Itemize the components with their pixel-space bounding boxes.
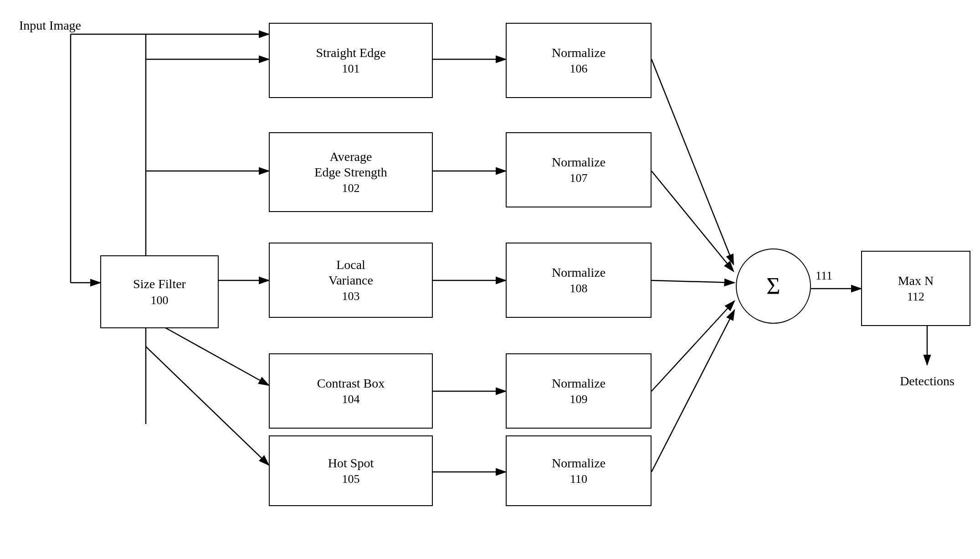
detections-label: Detections	[893, 374, 961, 388]
normalize-108-box: Normalize 108	[506, 243, 652, 318]
size-filter-box: Size Filter 100	[100, 255, 219, 328]
input-image-label: Input Image	[14, 18, 87, 33]
local-variance-box: LocalVariance 103	[269, 243, 433, 318]
sigma-symbol: Σ	[766, 273, 780, 300]
svg-line-8	[146, 347, 269, 465]
straight-edge-box: Straight Edge 101	[269, 23, 433, 98]
normalize-107-box: Normalize 107	[506, 132, 652, 207]
sigma-id-label: 111	[816, 269, 832, 283]
svg-line-17	[652, 280, 734, 283]
avg-edge-strength-box: AverageEdge Strength 102	[269, 132, 433, 212]
svg-line-18	[652, 301, 734, 391]
max-n-box: Max N 112	[861, 251, 970, 326]
svg-line-16	[652, 171, 734, 271]
sigma-circle: Σ	[736, 248, 811, 324]
svg-line-19	[652, 310, 734, 472]
diagram: Input Image Size Filter 100 Straight Edg…	[0, 0, 980, 559]
normalize-106-box: Normalize 106	[506, 23, 652, 98]
normalize-109-box: Normalize 109	[506, 353, 652, 429]
avg-edge-label: AverageEdge Strength	[314, 149, 387, 180]
hot-spot-box: Hot Spot 105	[269, 435, 433, 506]
local-variance-label: LocalVariance	[328, 257, 373, 288]
svg-line-15	[652, 59, 734, 264]
contrast-box-node: Contrast Box 104	[269, 353, 433, 429]
normalize-110-box: Normalize 110	[506, 435, 652, 506]
